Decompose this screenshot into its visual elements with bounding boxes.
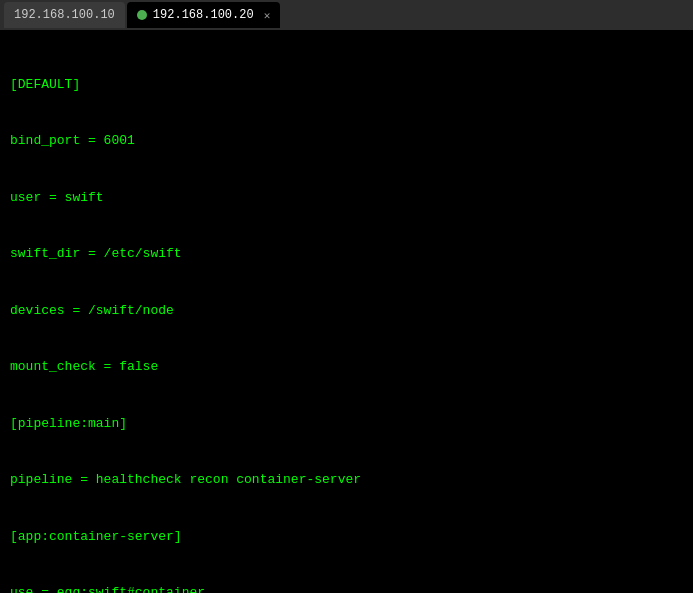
terminal-line: bind_port = 6001 [10,132,683,151]
window: 192.168.100.10 192.168.100.20 ✕ [DEFAULT… [0,0,693,593]
terminal-line: [DEFAULT] [10,76,683,95]
tab-close-button[interactable]: ✕ [264,9,271,22]
terminal-line: user = swift [10,189,683,208]
tab-bar: 192.168.100.10 192.168.100.20 ✕ [0,0,693,30]
tab-192-168-100-20[interactable]: 192.168.100.20 ✕ [127,2,280,28]
terminal-content: [DEFAULT] bind_port = 6001 user = swift … [10,38,683,593]
terminal-line: use = egg:swift#container [10,584,683,593]
terminal-line: [app:container-server] [10,528,683,547]
terminal-line: swift_dir = /etc/swift [10,245,683,264]
tab-label: 192.168.100.10 [14,8,115,22]
terminal-line: devices = /swift/node [10,302,683,321]
connection-status-icon [137,10,147,20]
tab-label-active: 192.168.100.20 [153,8,254,22]
terminal-line: mount_check = false [10,358,683,377]
tab-192-168-100-10[interactable]: 192.168.100.10 [4,2,125,28]
terminal-line: pipeline = healthcheck recon container-s… [10,471,683,490]
terminal-line: [pipeline:main] [10,415,683,434]
terminal-body: [DEFAULT] bind_port = 6001 user = swift … [0,30,693,593]
